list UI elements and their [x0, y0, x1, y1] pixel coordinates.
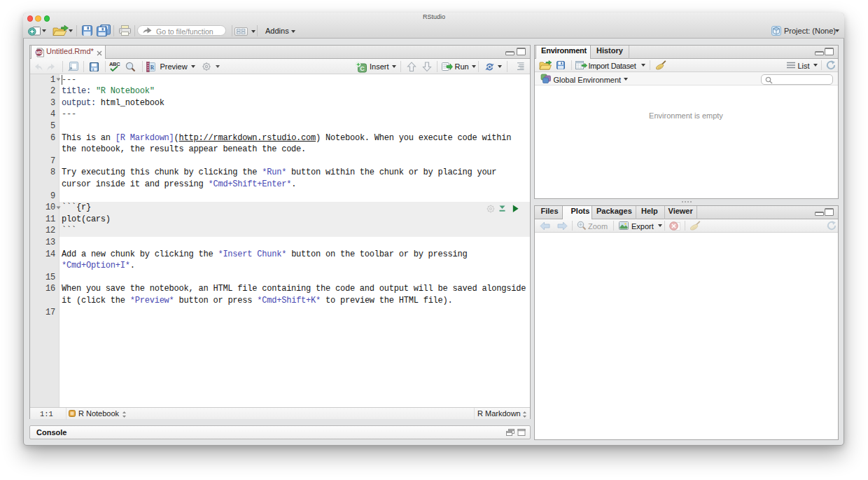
svg-text:MD: MD [36, 50, 41, 55]
svg-text:C: C [360, 64, 365, 71]
svg-text:R: R [150, 64, 155, 70]
